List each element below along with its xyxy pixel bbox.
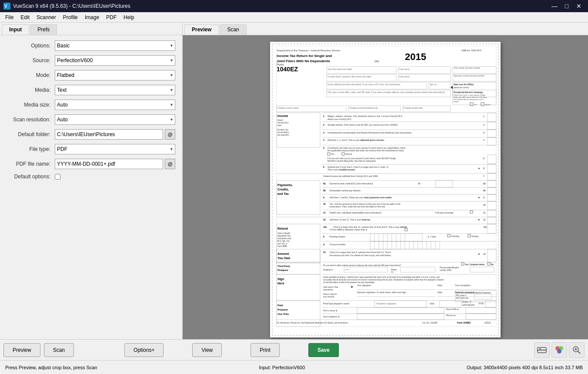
media-size-select[interactable]: Auto Letter A4 Legal (55, 100, 175, 110)
svg-text:Add lines 7 and 8a. These are : Add lines 7 and 8a. These are your total… (330, 196, 392, 199)
media-label: Media: (7, 87, 55, 93)
svg-text:No: No (491, 264, 494, 266)
svg-text:Sign: Sign (277, 277, 284, 281)
scanner-icon (537, 345, 547, 355)
app-icon: V (3, 3, 10, 10)
svg-text:Earned income credit (EIC) (se: Earned income credit (EIC) (see instruct… (330, 182, 373, 185)
file-type-select-wrapper: PDF JPEG TIFF PNG (55, 144, 175, 154)
document-svg: Department of the Treasury—Internal Reve… (270, 42, 501, 337)
svg-text:Paid: Paid (277, 304, 283, 307)
media-row: Media: Text Photo Slide Negative (7, 85, 175, 95)
svg-text:$20,600 if married filing join: $20,600 if married filing jointly. See b… (327, 160, 376, 162)
svg-text:Date: Date (430, 302, 434, 305)
svg-text:8b: 8b (483, 189, 486, 192)
menu-help[interactable]: Help (120, 13, 138, 21)
options-plus-button[interactable]: Options+ (124, 343, 164, 357)
svg-text:Payments,: Payments, (277, 184, 293, 187)
print-button[interactable]: Print (251, 343, 280, 357)
svg-text:Print/Type preparer's name: Print/Type preparer's name (323, 302, 349, 305)
svg-text:Your signature: Your signature (357, 284, 371, 287)
tab-prefs[interactable]: Prefs (30, 24, 57, 35)
source-label: Source: (7, 57, 55, 63)
svg-text:Spouse: Spouse (485, 104, 491, 106)
svg-text:refund.: refund. (454, 100, 459, 103)
svg-text:Use Only: Use Only (277, 313, 289, 315)
maximize-button[interactable]: □ (561, 2, 572, 10)
default-options-row: Default options: (7, 174, 175, 180)
svg-text:Joint return? See: Joint return? See (323, 286, 338, 288)
svg-text:the applicable box(es) below a: the applicable box(es) below and enter t… (327, 149, 404, 152)
default-folder-input[interactable] (55, 129, 163, 140)
scan-icon-button[interactable] (534, 342, 550, 358)
svg-text:self-employed: self-employed (462, 304, 475, 306)
svg-text:do not attach,: do not attach, (277, 131, 289, 134)
svg-text:► c Type:: ► c Type: (428, 236, 436, 238)
preview-button[interactable]: Preview (3, 343, 40, 357)
mode-select[interactable]: Flatbed ADF Front ADF Back ADF Duplex (55, 70, 175, 80)
pdf-file-name-label: PDF file name: (7, 161, 55, 167)
svg-text:11: 11 (323, 211, 326, 214)
source-row: Source: PerfectionV600 (7, 55, 175, 66)
svg-text:any payment.: any payment. (277, 134, 289, 136)
media-select[interactable]: Text Photo Slide Negative (55, 85, 175, 95)
mode-row: Mode: Flatbed ADF Front ADF Back ADF Dup… (7, 70, 175, 80)
svg-text:Firm's EIN ►: Firm's EIN ► (446, 308, 459, 311)
menu-file[interactable]: File (2, 13, 17, 21)
svg-text:Spouse: Spouse (345, 153, 352, 155)
menu-pdf[interactable]: PDF (103, 13, 120, 21)
svg-text:d: d (323, 243, 324, 246)
tab-scan[interactable]: Scan (220, 24, 246, 35)
svg-text:Routing number: Routing number (330, 235, 345, 238)
menu-edit[interactable]: Edit (17, 13, 33, 21)
options-select[interactable]: Basic Standard Professional (55, 40, 175, 51)
svg-text:6: 6 (323, 166, 324, 168)
color-icon-button[interactable] (551, 342, 567, 358)
pdf-file-name-input[interactable] (55, 159, 163, 169)
pdf-file-name-at-button[interactable]: @ (165, 159, 175, 169)
close-button[interactable]: ✕ (573, 2, 585, 10)
svg-text:instructions.: instructions. (323, 289, 334, 291)
svg-text:Spouse's signature. If a joint: Spouse's signature. If a joint return, b… (357, 291, 407, 294)
svg-text:You: You (474, 104, 477, 106)
scan-resolution-row: Scan resolution: Auto 150 300 600 1200 (7, 114, 175, 125)
svg-text:9: 9 (323, 196, 324, 199)
svg-text:(99): (99) (374, 60, 379, 63)
file-type-select[interactable]: PDF JPEG TIFF PNG (55, 144, 175, 154)
svg-text:Designee's: Designee's (323, 269, 333, 271)
svg-text:Third Party: Third Party (277, 265, 291, 267)
tab-input[interactable]: Input (2, 24, 29, 35)
scan-resolution-select[interactable]: Auto 150 300 600 1200 (55, 114, 175, 125)
default-folder-at-button[interactable]: @ (165, 129, 175, 140)
menu-image[interactable]: Image (81, 13, 103, 21)
svg-text:4: 4 (483, 139, 484, 141)
svg-text:14: 14 (483, 253, 486, 255)
svg-text:Presidential Election Campaign: Presidential Election Campaign (454, 91, 483, 94)
tab-preview[interactable]: Preview (184, 24, 219, 35)
scan-button[interactable]: Scan (44, 343, 74, 357)
status-right: Output: 3400x4400 pixels 400 dpi 8.5x11 … (467, 365, 583, 370)
scan-resolution-select-wrapper: Auto 150 300 600 1200 (55, 114, 175, 125)
svg-text:3: 3 (483, 131, 484, 134)
zoom-icon-button[interactable] (569, 342, 585, 358)
svg-text:Attach your Form(s) W-2.: Attach your Form(s) W-2. (327, 118, 352, 120)
svg-text:Form 8888.: Form 8888. (277, 245, 287, 247)
save-button[interactable]: Save (308, 343, 339, 357)
svg-text:10: 10 (323, 203, 326, 205)
view-button[interactable]: View (192, 343, 222, 357)
svg-text:For Disclosure, Privacy Act, a: For Disclosure, Privacy Act, and Paperwo… (277, 322, 348, 324)
svg-text:Here: Here (277, 282, 284, 285)
svg-text:If line 12 is larger than line: If line 12 is larger than line 9, subtra… (330, 251, 391, 254)
source-select[interactable]: PerfectionV600 (55, 55, 175, 66)
svg-text:Income Tax Return for Single a: Income Tax Return for Single and (277, 54, 332, 58)
svg-text:Firm's address ►: Firm's address ► (323, 315, 340, 318)
svg-text:Your first name and initial: Your first name and initial (327, 68, 352, 70)
svg-text:and Tax: and Tax (277, 192, 289, 195)
media-size-row: Media size: Auto Letter A4 Legal (7, 100, 175, 110)
minimize-button[interactable]: — (549, 2, 560, 10)
svg-text:your records.: your records. (323, 296, 334, 298)
menu-profile[interactable]: Profile (60, 13, 81, 21)
menu-scanner[interactable]: Scanner (33, 13, 60, 21)
default-options-checkbox[interactable] (55, 174, 60, 180)
source-select-wrapper: PerfectionV600 (55, 55, 175, 66)
svg-text:PIN, enter it: PIN, enter it (456, 294, 467, 297)
